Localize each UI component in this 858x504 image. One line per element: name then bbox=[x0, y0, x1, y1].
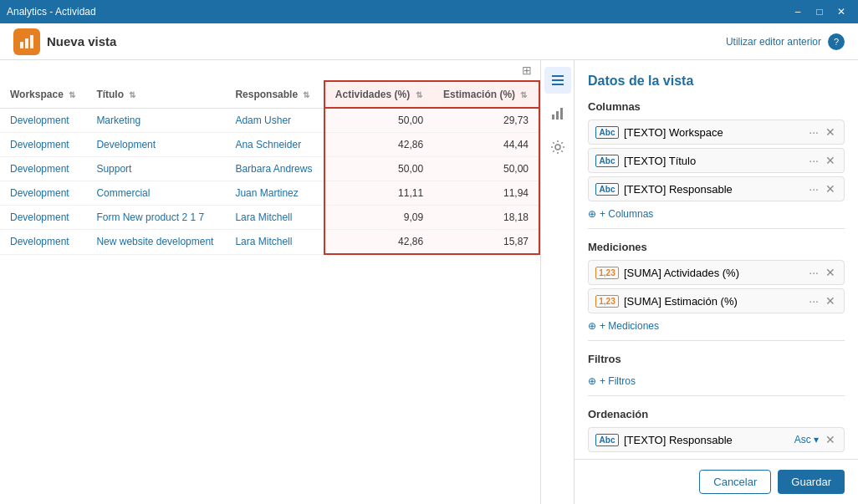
right-panel-content: Datos de la vista Columnas Abc [TEXTO] W… bbox=[575, 60, 858, 459]
minimize-button[interactable]: – bbox=[788, 3, 808, 20]
measurements-list: 1,23 [SUMA] Actividades (%) ··· ✕ 1,23 [… bbox=[588, 260, 845, 313]
meas-remove-button[interactable]: ✕ bbox=[824, 294, 837, 308]
logo-icon bbox=[13, 28, 40, 55]
col-type-badge: Abc bbox=[595, 155, 619, 167]
help-button[interactable]: ? bbox=[828, 33, 845, 50]
cell-titulo[interactable]: Development bbox=[86, 133, 225, 157]
meas-remove-button[interactable]: ✕ bbox=[824, 266, 837, 279]
cell-actividades: 50,00 bbox=[324, 108, 433, 133]
header-right: Utilizar editor anterior ? bbox=[726, 33, 845, 50]
save-button[interactable]: Guardar bbox=[778, 470, 845, 494]
cell-responsable[interactable]: Lara Mitchell bbox=[225, 206, 324, 230]
col-type-badge: Abc bbox=[595, 126, 619, 139]
order-remove-button[interactable]: ✕ bbox=[824, 433, 837, 446]
svg-rect-4 bbox=[552, 79, 564, 81]
column-item-right: ··· ✕ bbox=[807, 182, 837, 196]
grid-view-button[interactable]: ⊞ bbox=[520, 64, 534, 77]
titlebar-title: Analytics - Actividad bbox=[7, 6, 96, 18]
cell-estimacion: 15,87 bbox=[433, 230, 539, 255]
add-columns-button[interactable]: ⊕ + Columnas bbox=[588, 205, 653, 223]
order-type-badge: Abc bbox=[595, 434, 619, 446]
cell-workspace[interactable]: Development bbox=[0, 133, 86, 157]
svg-rect-2 bbox=[30, 35, 33, 48]
column-item-left: Abc [TEXTO] Workspace bbox=[595, 126, 723, 139]
cell-actividades: 50,00 bbox=[324, 157, 433, 181]
col-options-button[interactable]: ··· bbox=[807, 125, 820, 139]
measurement-item-left: 1,23 [SUMA] Estimación (%) bbox=[595, 295, 738, 308]
order-direction[interactable]: Asc ▾ bbox=[794, 434, 819, 445]
main-layout: ⊞ Workspace ⇅ Título ⇅ Respo bbox=[0, 60, 858, 504]
data-table: Workspace ⇅ Título ⇅ Responsable ⇅ Act bbox=[0, 80, 540, 255]
column-item-right: ··· ✕ bbox=[807, 125, 837, 139]
col-actividades: Actividades (%) ⇅ bbox=[324, 81, 433, 108]
app-title: Nueva vista bbox=[47, 34, 116, 48]
add-columns-icon: ⊕ bbox=[588, 208, 596, 220]
icon-sidebar bbox=[540, 60, 574, 504]
sidebar-data-icon[interactable] bbox=[544, 67, 571, 94]
panel-footer: Cancelar Guardar bbox=[575, 459, 858, 504]
svg-rect-8 bbox=[560, 108, 563, 120]
close-button[interactable]: ✕ bbox=[831, 3, 851, 20]
col-workspace-sort[interactable]: ⇅ bbox=[69, 90, 75, 99]
app-header: Nueva vista Utilizar editor anterior ? bbox=[0, 23, 858, 60]
section-filters-label: Filtros bbox=[588, 353, 845, 365]
add-measurements-button[interactable]: ⊕ + Mediciones bbox=[588, 317, 659, 335]
cell-workspace[interactable]: Development bbox=[0, 108, 86, 133]
cell-estimacion: 11,94 bbox=[433, 181, 539, 206]
col-remove-button[interactable]: ✕ bbox=[824, 154, 837, 167]
col-responsable: Responsable ⇅ bbox=[225, 81, 324, 108]
cell-responsable[interactable]: Adam Usher bbox=[225, 108, 324, 133]
meas-name: [SUMA] Actividades (%) bbox=[624, 267, 739, 279]
table-row: Development Development Ana Schneider 42… bbox=[0, 133, 539, 157]
col-titulo-sort[interactable]: ⇅ bbox=[129, 90, 135, 99]
col-responsable-sort[interactable]: ⇅ bbox=[303, 90, 309, 99]
col-remove-button[interactable]: ✕ bbox=[824, 125, 837, 139]
cell-estimacion: 50,00 bbox=[433, 157, 539, 181]
cell-responsable[interactable]: Barbara Andrews bbox=[225, 157, 324, 181]
cell-estimacion: 29,73 bbox=[433, 108, 539, 133]
col-actividades-sort[interactable]: ⇅ bbox=[416, 90, 422, 99]
column-item: Abc [TEXTO] Workspace ··· ✕ bbox=[588, 120, 845, 145]
meas-options-button[interactable]: ··· bbox=[807, 294, 820, 308]
maximize-button[interactable]: □ bbox=[809, 3, 830, 20]
cell-titulo[interactable]: Form New product 2 1 7 bbox=[86, 206, 225, 230]
cell-titulo[interactable]: Support bbox=[86, 157, 225, 181]
col-remove-button[interactable]: ✕ bbox=[824, 182, 837, 196]
cell-titulo[interactable]: Commercial bbox=[86, 181, 225, 206]
meas-options-button[interactable]: ··· bbox=[807, 266, 820, 279]
svg-rect-0 bbox=[20, 42, 23, 48]
col-options-button[interactable]: ··· bbox=[807, 154, 820, 167]
col-titulo-label: Título bbox=[96, 89, 124, 100]
cell-actividades: 42,86 bbox=[324, 133, 433, 157]
cancel-button[interactable]: Cancelar bbox=[699, 470, 771, 494]
col-estimacion-sort[interactable]: ⇅ bbox=[520, 90, 527, 99]
cell-workspace[interactable]: Development bbox=[0, 157, 86, 181]
table-container: Workspace ⇅ Título ⇅ Responsable ⇅ Act bbox=[0, 80, 540, 255]
add-filters-button[interactable]: ⊕ + Filtros bbox=[588, 372, 636, 390]
table-toolbar: ⊞ bbox=[0, 60, 540, 80]
editor-link[interactable]: Utilizar editor anterior bbox=[726, 36, 821, 48]
col-options-button[interactable]: ··· bbox=[807, 182, 820, 196]
cell-responsable[interactable]: Ana Schneider bbox=[225, 133, 324, 157]
meas-name: [SUMA] Estimación (%) bbox=[624, 295, 738, 308]
column-item: Abc [TEXTO] Título ··· ✕ bbox=[588, 148, 845, 173]
sidebar-settings-icon[interactable] bbox=[544, 134, 571, 160]
col-responsable-label: Responsable bbox=[235, 89, 298, 100]
cell-responsable[interactable]: Lara Mitchell bbox=[225, 230, 324, 255]
meas-type-badge: 1,23 bbox=[595, 295, 619, 308]
cell-estimacion: 18,18 bbox=[433, 206, 539, 230]
cell-titulo[interactable]: New website development bbox=[86, 230, 225, 255]
section-measurements-label: Mediciones bbox=[588, 241, 845, 253]
table-row: Development Commercial Juan Martinez 11,… bbox=[0, 181, 539, 206]
sidebar-chart-icon[interactable] bbox=[544, 100, 571, 127]
col-titulo: Título ⇅ bbox=[86, 81, 225, 108]
cell-workspace[interactable]: Development bbox=[0, 181, 86, 206]
cell-responsable[interactable]: Juan Martinez bbox=[225, 181, 324, 206]
col-name: [TEXTO] Workspace bbox=[624, 126, 723, 139]
measurement-item: 1,23 [SUMA] Actividades (%) ··· ✕ bbox=[588, 260, 845, 285]
cell-workspace[interactable]: Development bbox=[0, 206, 86, 230]
cell-workspace[interactable]: Development bbox=[0, 230, 86, 255]
cell-titulo[interactable]: Marketing bbox=[86, 108, 225, 133]
col-workspace-label: Workspace bbox=[10, 89, 64, 100]
content-area: ⊞ Workspace ⇅ Título ⇅ Respo bbox=[0, 60, 540, 504]
